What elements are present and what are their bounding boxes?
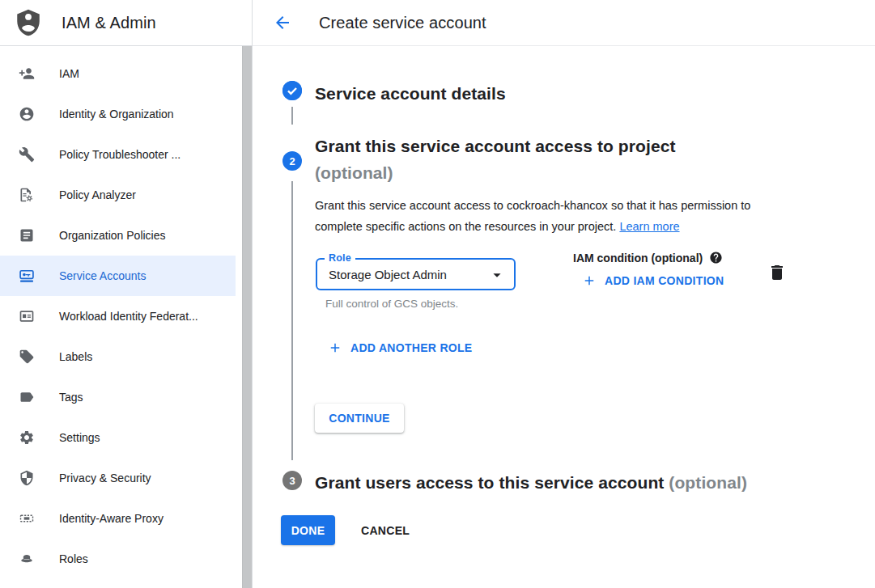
plus-icon [582, 273, 597, 288]
add-another-role-label: ADD ANOTHER ROLE [350, 341, 473, 354]
learn-more-link[interactable]: Learn more [619, 220, 679, 233]
add-iam-condition-label: ADD IAM CONDITION [605, 274, 724, 287]
plus-icon [328, 341, 342, 355]
sidebar-item-policy-analyzer[interactable]: Policy Analyzer [0, 175, 236, 215]
sidebar-item-label: Privacy & Security [59, 472, 151, 484]
sidebar-item-identity-organization[interactable]: Identity & Organization [0, 94, 236, 134]
page-title: Create service account [319, 14, 486, 32]
sidebar-item-identity-aware-proxy[interactable]: Identity-Aware Proxy [0, 498, 236, 539]
back-arrow-icon[interactable] [273, 13, 292, 32]
hat-icon [19, 551, 35, 567]
create-service-account-form: Service account details 2 Grant this ser… [253, 46, 875, 588]
policy-analyzer-icon [19, 187, 35, 203]
sidebar-item-label: Identity-Aware Proxy [59, 512, 164, 525]
sidebar-item-iam[interactable]: IAM [0, 53, 236, 94]
label-tag-icon [19, 349, 35, 365]
tag-arrow-icon [19, 389, 35, 405]
delete-role-button[interactable] [767, 263, 787, 282]
help-icon[interactable] [709, 251, 723, 264]
step2-title-text: Grant this service account access to pro… [315, 137, 676, 155]
add-another-role-button[interactable]: ADD ANOTHER ROLE [328, 341, 473, 355]
step-connector [291, 107, 293, 125]
sidebar-item-service-accounts[interactable]: Service Accounts [0, 256, 236, 296]
cancel-button[interactable]: CANCEL [361, 515, 410, 545]
step1-title: Service account details [315, 80, 506, 107]
proxy-boundary-icon [19, 510, 35, 527]
sidebar-item-label: Settings [59, 431, 100, 444]
sidebar-item-labels[interactable]: Labels [0, 336, 236, 377]
sidebar-item-label: Workload Identity Federat... [59, 310, 198, 323]
step3-title-text: Grant users access to this service accou… [315, 473, 664, 492]
add-iam-condition-button[interactable]: ADD IAM CONDITION [582, 273, 724, 288]
done-button[interactable]: DONE [281, 515, 335, 545]
step2-title: Grant this service account access to pro… [315, 133, 676, 186]
step2-optional-label: (optional) [315, 163, 393, 182]
gcp-console: IAM & Admin IAM Identity & Organization … [0, 0, 875, 588]
sidebar-item-tags[interactable]: Tags [0, 377, 236, 417]
sidebar-item-label: Labels [59, 350, 92, 363]
step3-title: Grant users access to this service accou… [315, 469, 747, 496]
sidebar-item-label: Identity & Organization [59, 108, 174, 121]
sidebar-item-label: Tags [59, 391, 83, 404]
iam-admin-shield-icon [16, 8, 42, 37]
wrench-icon [19, 146, 35, 163]
sidebar-item-label: Service Accounts [59, 269, 146, 282]
service-account-badge-icon [19, 268, 35, 284]
sidebar-item-label: Roles [59, 552, 88, 565]
step-connector [291, 181, 293, 460]
role-helper-text: Full control of GCS objects. [325, 298, 458, 310]
main-panel: Create service account Service account d… [253, 0, 875, 588]
role-select-value: Storage Object Admin [329, 268, 447, 281]
sidebar-header: IAM & Admin [0, 0, 252, 46]
sidebar-nav: IAM Identity & Organization Policy Troub… [0, 46, 252, 579]
sidebar-item-privacy-security[interactable]: Privacy & Security [0, 458, 236, 498]
identity-person-icon [19, 106, 35, 122]
sidebar-title: IAM & Admin [62, 14, 156, 32]
role-select[interactable]: Role Storage Object Admin [316, 258, 516, 290]
role-select-label: Role [325, 252, 355, 264]
sidebar-item-organization-policies[interactable]: Organization Policies [0, 215, 236, 256]
dropdown-arrow-icon [488, 266, 506, 287]
sidebar-item-label: IAM [59, 67, 79, 80]
sidebar-scrollbar[interactable] [242, 46, 252, 588]
person-add-icon [19, 66, 35, 82]
page-header: Create service account [253, 0, 875, 46]
sidebar-item-label: Organization Policies [59, 229, 166, 242]
continue-button[interactable]: CONTINUE [315, 404, 404, 433]
sidebar-item-label: Policy Analyzer [59, 188, 136, 201]
step3-optional-label: (optional) [669, 473, 747, 492]
gear-icon [19, 429, 35, 446]
sidebar-item-policy-troubleshooter[interactable]: Policy Troubleshooter ... [0, 134, 236, 175]
org-policies-doc-icon [19, 227, 35, 243]
workload-identity-card-icon [19, 308, 35, 324]
sidebar-item-roles[interactable]: Roles [0, 539, 236, 579]
sidebar-item-settings[interactable]: Settings [0, 417, 236, 458]
step2-number-badge: 2 [282, 151, 302, 171]
sidebar-item-workload-identity-federation[interactable]: Workload Identity Federat... [0, 296, 236, 336]
iam-condition-label: IAM condition (optional) [573, 251, 723, 264]
iam-condition-label-text: IAM condition (optional) [573, 252, 703, 264]
step2-description: Grant this service account access to coc… [315, 196, 794, 237]
step2-description-text: Grant this service account access to coc… [315, 199, 750, 233]
sidebar-item-label: Policy Troubleshooter ... [59, 148, 181, 161]
sidebar: IAM & Admin IAM Identity & Organization … [0, 0, 253, 588]
step1-complete-check-icon [282, 81, 302, 100]
step3-number-badge: 3 [282, 471, 302, 490]
shield-half-icon [19, 470, 35, 486]
